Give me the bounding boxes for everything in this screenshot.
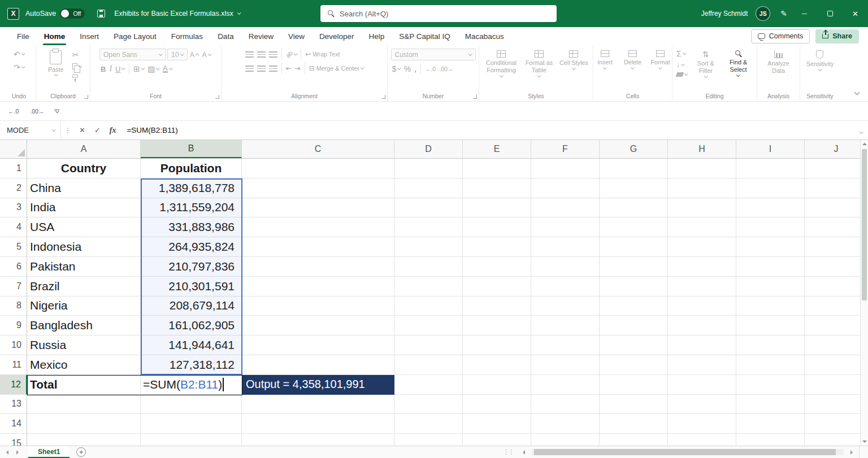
cell-C11[interactable] [242,355,394,375]
cell-E14[interactable] [463,414,531,434]
cell-H11[interactable] [668,355,736,375]
tab-macabacus[interactable]: Macabacus [458,27,511,45]
row-header-8[interactable]: 8 [0,296,27,316]
cell-I12[interactable] [736,375,805,395]
font-dialog-launcher[interactable] [215,95,219,99]
row-header-5[interactable]: 5 [0,237,27,257]
cell-D6[interactable] [394,257,463,277]
column-header-B[interactable]: B [141,140,242,158]
cell-J9[interactable] [805,316,868,335]
decrease-indent-button[interactable]: ⇤ [285,64,293,72]
collapse-ribbon-button[interactable] [855,86,859,97]
align-middle-button[interactable] [256,51,267,58]
cell-C6[interactable] [242,257,394,277]
maximize-button[interactable] [817,0,843,27]
tab-home[interactable]: Home [37,27,73,45]
cell-A9[interactable]: Bangladesh [27,316,141,335]
cell-H8[interactable] [668,296,736,316]
column-header-A[interactable]: A [27,140,141,158]
cell-B7[interactable]: 210,301,591 [141,277,242,296]
minimize-button[interactable] [792,0,817,27]
cell-H2[interactable] [668,178,736,198]
cell-E7[interactable] [463,277,531,296]
cell-I14[interactable] [736,414,805,434]
cell-J6[interactable] [805,257,868,277]
row-header-14[interactable]: 14 [0,414,27,434]
cell-F1[interactable] [531,159,600,178]
row-header-9[interactable]: 9 [0,316,27,335]
font-color-button[interactable]: A [162,64,173,74]
cell-H10[interactable] [668,335,736,355]
number-dialog-launcher[interactable] [473,95,477,99]
align-left-button[interactable] [244,65,255,72]
cell-H12[interactable] [668,375,736,395]
hscroll-left-button[interactable] [517,450,529,455]
column-header-C[interactable]: C [242,140,394,158]
cell-H15[interactable] [668,434,736,446]
cell-G11[interactable] [600,355,668,375]
cell-I10[interactable] [736,335,805,355]
autosum-button[interactable]: Σ [675,49,687,58]
column-header-G[interactable]: G [600,140,668,158]
cell-A3[interactable]: India [27,198,141,218]
increase-indent-button[interactable]: ⇥ [294,64,302,72]
row-header-10[interactable]: 10 [0,335,27,355]
row-header-7[interactable]: 7 [0,277,27,296]
cell-C12[interactable]: Output = 4,358,101,991 [242,375,394,395]
cell-J3[interactable] [805,198,868,218]
cell-B11[interactable]: 127,318,112 [141,355,242,375]
cell-I4[interactable] [736,217,805,237]
cell-I2[interactable] [736,178,805,198]
cell-J13[interactable] [805,395,868,415]
cell-J2[interactable] [805,178,868,198]
cell-B14[interactable] [141,414,242,434]
cell-I1[interactable] [736,159,805,178]
tab-help[interactable]: Help [362,27,392,45]
cell-A4[interactable]: USA [27,217,141,237]
row-header-1[interactable]: 1 [0,159,27,178]
autosave-toggle[interactable]: AutoSave Off [25,8,85,19]
hscroll-right-button[interactable] [847,450,859,455]
cell-G2[interactable] [600,178,668,198]
document-title[interactable]: Exhibits for Basic Excel Formulas.xlsx [114,10,240,18]
cell-J4[interactable] [805,217,868,237]
row-header-4[interactable]: 4 [0,217,27,237]
cell-B9[interactable]: 161,062,905 [141,316,242,335]
cell-F8[interactable] [531,296,600,316]
insert-function-button[interactable]: fx [105,126,121,135]
cell-C1[interactable] [242,159,394,178]
cell-F6[interactable] [531,257,600,277]
cell-H9[interactable] [668,316,736,335]
cell-E4[interactable] [463,217,531,237]
cell-E3[interactable] [463,198,531,218]
cell-F5[interactable] [531,237,600,257]
column-header-D[interactable]: D [394,140,463,158]
cell-I9[interactable] [736,316,805,335]
cell-C8[interactable] [242,296,394,316]
add-sheet-button[interactable] [76,447,86,457]
qat-increase-decimal-button[interactable]: ←.0 [7,107,20,115]
vertical-scroll-thumb[interactable] [862,149,867,300]
cell-A7[interactable]: Brazil [27,277,141,296]
cell-C9[interactable] [242,316,394,335]
cell-H6[interactable] [668,257,736,277]
cell-D12[interactable] [394,375,463,395]
cell-J15[interactable] [805,434,868,446]
cell-G14[interactable] [600,414,668,434]
cell-D10[interactable] [394,335,463,355]
cell-J11[interactable] [805,355,868,375]
insert-cells-button[interactable]: Insert [593,49,618,68]
tab-page-layout[interactable]: Page Layout [106,27,164,45]
row-header-13[interactable]: 13 [0,395,27,415]
cell-J8[interactable] [805,296,868,316]
cell-F2[interactable] [531,178,600,198]
sheet-nav-left-button[interactable] [0,450,12,455]
cell-I7[interactable] [736,277,805,296]
fill-button[interactable]: ↓ [675,61,685,69]
tab-data[interactable]: Data [210,27,241,45]
sensitivity-button[interactable]: Sensitivity [806,49,834,70]
cell-B15[interactable] [141,434,242,446]
cell-J12[interactable] [805,375,868,395]
cell-C2[interactable] [242,178,394,198]
cell-A13[interactable] [27,395,141,415]
